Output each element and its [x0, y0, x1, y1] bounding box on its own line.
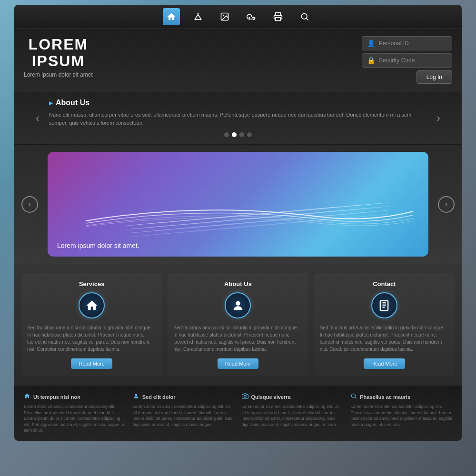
contact-clipboard-icon — [377, 299, 391, 312]
banner-next-btn[interactable]: › — [438, 196, 455, 213]
about-content: About Us Nunc elit massa, ullamcorper vi… — [49, 99, 427, 137]
footer-item-0: Ut tempus nisl non Lorem dolor sit amet,… — [24, 393, 126, 434]
services-home-icon — [85, 299, 99, 312]
nav-home[interactable] — [163, 8, 180, 25]
footer-home-icon — [24, 393, 30, 401]
nav-print[interactable] — [269, 8, 287, 25]
banner-caption: Lorem ipsum dolor sit amet. — [57, 242, 139, 249]
nav-key[interactable] — [243, 8, 260, 25]
lock-icon: 🔒 — [367, 57, 375, 64]
svg-point-0 — [197, 13, 198, 15]
service-title-2: Contact — [373, 280, 396, 288]
service-card-1: About Us Sed faucibus urna a nisi sollic… — [168, 273, 308, 376]
read-more-btn-0[interactable]: Read More — [71, 358, 112, 369]
dot-3[interactable] — [239, 132, 244, 137]
service-card-0: Services Sed faucibus urna a nisi sollic… — [21, 273, 162, 376]
dot-2[interactable] — [232, 132, 237, 137]
service-icon-wrap-1 — [225, 292, 251, 318]
about-title: About Us — [49, 99, 427, 107]
nav-network[interactable] — [189, 8, 207, 25]
footer-item-header-1: Sed elit dolor — [133, 393, 235, 401]
svg-point-17 — [135, 394, 137, 396]
footer-item-header-0: Ut tempus nisl non — [24, 393, 126, 401]
login-area: 👤 🔒 Log In — [362, 36, 452, 84]
logo-text: LOREM IPSUM — [24, 36, 93, 69]
banner-outer: ‹ Lorem ipsum dolor sit amet. › — [21, 152, 455, 257]
footer-item-header-3: Phasellus ac mauris — [350, 393, 452, 401]
personal-id-field[interactable]: 👤 — [362, 36, 452, 50]
footer-camera-icon — [242, 393, 248, 401]
service-text-1: Sed faucibus urna a nisi sollicitudin in… — [173, 324, 302, 353]
svg-rect-9 — [276, 18, 280, 21]
footer-item-header-2: Quisque viverra — [242, 393, 344, 401]
tagline: Lorem ipsum dolor sit amet — [24, 71, 93, 78]
security-code-field[interactable]: 🔒 — [362, 53, 452, 68]
footer-text-0: Lorem dolor sit amet, consectetur adipis… — [24, 404, 126, 434]
main-container: LOREM IPSUM Lorem ipsum dolor sit amet 👤… — [14, 5, 462, 471]
service-text-0: Sed faucibus urna a nisi sollicitudin in… — [27, 324, 156, 353]
login-button[interactable]: Log In — [416, 70, 452, 84]
footer-title-1: Sed elit dolor — [142, 394, 176, 400]
service-text-2: Sed faucibus urna a nisi sollicitudin in… — [320, 324, 449, 353]
about-next-btn[interactable]: › — [434, 109, 443, 127]
svg-point-8 — [248, 17, 250, 19]
footer-title-0: Ut tempus nisl non — [33, 394, 80, 400]
read-more-btn-1[interactable]: Read More — [218, 358, 258, 369]
svg-point-19 — [352, 394, 356, 397]
about-person-icon — [231, 299, 245, 312]
footer-item-1: Sed elit dolor Lorem dolor sit amet, con… — [133, 393, 235, 434]
footer-text-3: Lorem dolor sit amet, consectetur adipis… — [350, 404, 452, 427]
svg-line-20 — [355, 397, 357, 399]
svg-line-3 — [195, 15, 198, 19]
security-code-input[interactable] — [379, 57, 447, 64]
slider-dots — [49, 132, 427, 137]
service-icon-wrap-0 — [79, 292, 105, 318]
dot-4[interactable] — [247, 132, 252, 137]
service-title-0: Services — [79, 280, 105, 288]
footer-text-1: Lorem dolor sit amet, consectetur adipis… — [133, 404, 235, 427]
footer-item-2: Quisque viverra Lorem dolor sit amet, co… — [242, 393, 344, 434]
footer-user-icon — [133, 393, 139, 401]
logo-area: LOREM IPSUM Lorem ipsum dolor sit amet — [24, 36, 93, 78]
svg-point-12 — [236, 301, 240, 305]
header-section: LOREM IPSUM Lorem ipsum dolor sit amet 👤… — [14, 29, 462, 91]
service-title-1: About Us — [224, 280, 252, 288]
wave-lines — [48, 192, 428, 230]
service-card-2: Contact Sed faucibus urna a nisi sollici… — [314, 273, 455, 376]
about-text: Nunc elit massa, ullamcorper vitae eros … — [49, 111, 427, 127]
read-more-btn-2[interactable]: Read More — [364, 358, 405, 369]
footer-text-2: Lorem dolor sit amet, consectetur adipis… — [242, 404, 344, 427]
svg-line-4 — [198, 15, 201, 19]
banner-prev-btn[interactable]: ‹ — [21, 196, 38, 213]
about-prev-btn[interactable]: ‹ — [33, 109, 42, 127]
footer-search-icon — [350, 393, 357, 401]
footer-section: Ut tempus nisl non Lorem dolor sit amet,… — [14, 386, 462, 441]
banner-image: Lorem ipsum dolor sit amet. — [48, 152, 428, 257]
service-icon-wrap-2 — [371, 292, 397, 318]
footer-item-3: Phasellus ac mauris Lorem dolor sit amet… — [350, 393, 452, 434]
footer-title-3: Phasellus ac mauris — [360, 394, 410, 400]
svg-point-10 — [301, 13, 307, 19]
user-icon: 👤 — [367, 40, 375, 47]
svg-point-7 — [223, 15, 224, 16]
svg-point-18 — [244, 395, 246, 397]
services-section: Services Sed faucibus urna a nisi sollic… — [14, 264, 462, 386]
footer-title-2: Quisque viverra — [251, 394, 291, 400]
nav-image[interactable] — [216, 8, 233, 25]
svg-line-11 — [307, 19, 308, 20]
nav-search[interactable] — [296, 8, 313, 25]
personal-id-input[interactable] — [379, 40, 447, 47]
banner-section: ‹ Lorem ipsum dolor sit amet. › — [14, 145, 462, 264]
about-section: ‹ About Us Nunc elit massa, ullamcorper … — [14, 91, 462, 145]
nav-icons — [163, 8, 313, 25]
nav-bar — [14, 5, 462, 29]
dot-1[interactable] — [224, 132, 229, 137]
